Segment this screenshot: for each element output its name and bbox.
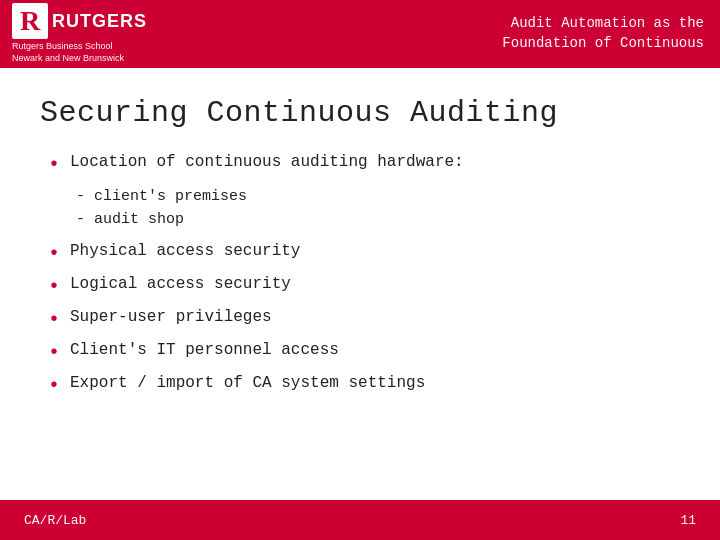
bullet-dot-icon: • <box>48 307 60 333</box>
bullet-section: • Location of continuous auditing hardwa… <box>48 152 680 399</box>
bullet-text-1: Physical access security <box>70 241 300 263</box>
logo-block: R RUTGERS Rutgers Business School Newark… <box>12 3 147 64</box>
list-item: • Logical access security <box>48 274 680 300</box>
bullet-dot-icon: • <box>48 152 60 178</box>
header: R RUTGERS Rutgers Business School Newark… <box>0 0 720 68</box>
bullet-dot-icon: • <box>48 340 60 366</box>
bullet-dot-icon: • <box>48 373 60 399</box>
bullet-text-3: Super-user privileges <box>70 307 272 329</box>
footer: CA/R/Lab 11 <box>0 500 720 540</box>
list-item: • Export / import of CA system settings <box>48 373 680 399</box>
list-item: • Client's IT personnel access <box>48 340 680 366</box>
bullet-dot-icon: • <box>48 241 60 267</box>
list-item: • Super-user privileges <box>48 307 680 333</box>
list-item: • Physical access security <box>48 241 680 267</box>
logo-rutgers: R RUTGERS <box>12 3 147 39</box>
main-bullet-item: • Location of continuous auditing hardwa… <box>48 152 680 178</box>
sub-bullets: - client's premises - audit shop <box>76 186 680 231</box>
slide-title: Securing Continuous Auditing <box>40 96 680 130</box>
bullet-text-4: Client's IT personnel access <box>70 340 339 362</box>
logo-rutgers-text: RUTGERS <box>52 11 147 32</box>
sub-bullet-1: - client's premises <box>76 186 680 209</box>
main-content: Securing Continuous Auditing • Location … <box>0 68 720 500</box>
footer-lab: CA/R/Lab <box>24 513 86 528</box>
sub-bullet-2: - audit shop <box>76 209 680 232</box>
main-bullet-text: Location of continuous auditing hardware… <box>70 152 464 174</box>
logo-r-icon: R <box>12 3 48 39</box>
footer-page: 11 <box>680 513 696 528</box>
bullet-text-5: Export / import of CA system settings <box>70 373 425 395</box>
logo-subtitle: Rutgers Business School Newark and New B… <box>12 41 147 64</box>
bullets-list: • Physical access security • Logical acc… <box>48 241 680 399</box>
bullet-text-2: Logical access security <box>70 274 291 296</box>
bullet-dot-icon: • <box>48 274 60 300</box>
logo-area: R RUTGERS Rutgers Business School Newark… <box>0 0 159 68</box>
header-title: Audit Automation as the Foundation of Co… <box>502 14 704 53</box>
